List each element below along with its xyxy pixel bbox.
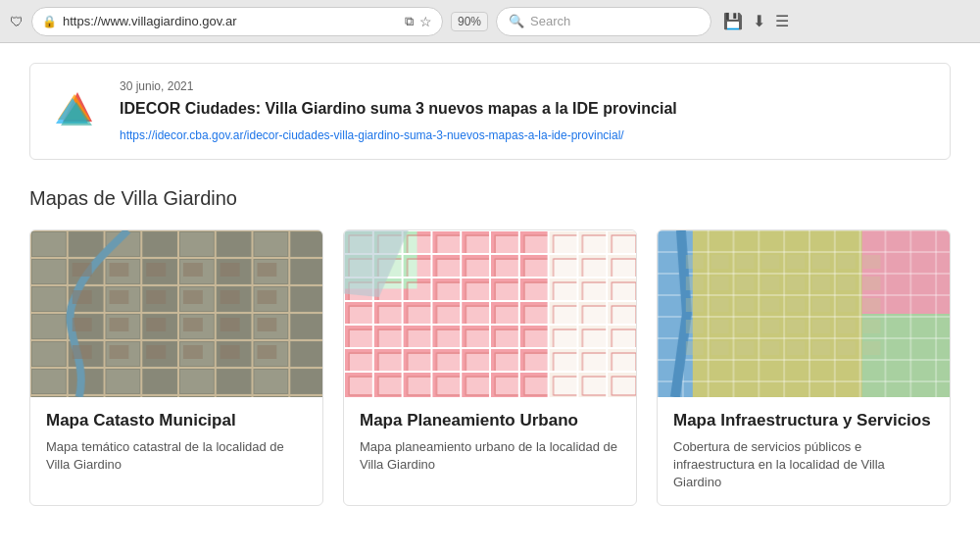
map-info-infraestructura: Mapa Infraestructura y Servicios Cobertu… — [658, 397, 950, 506]
news-content: 30 junio, 2021 IDECOR Ciudades: Villa Gi… — [120, 79, 930, 143]
news-title: IDECOR Ciudades: Villa Giardino suma 3 n… — [120, 99, 930, 120]
shield-icon: 🛡 — [10, 14, 24, 29]
map-title-catastro: Mapa Catasto Municipal — [46, 411, 307, 430]
map-title-infraestructura: Mapa Infraestructura y Servicios — [673, 411, 934, 430]
pocket-icon[interactable]: 💾 — [723, 12, 743, 30]
search-bar[interactable]: 🔍 Search — [496, 7, 711, 36]
news-card: 30 junio, 2021 IDECOR Ciudades: Villa Gi… — [29, 63, 951, 160]
map-card-planeamiento[interactable]: Mapa Planeamiento Urbano Mapa planeamien… — [343, 229, 637, 507]
star-icon[interactable]: ☆ — [419, 14, 432, 29]
lock-icon: 🔒 — [42, 15, 57, 28]
url-text: https://www.villagiardino.gov.ar — [63, 14, 399, 28]
news-link[interactable]: https://idecor.cba.gov.ar/idecor-ciudade… — [120, 128, 624, 142]
map-card-catastro[interactable]: Mapa Catasto Municipal Mapa temático cat… — [29, 229, 323, 507]
page-content: 30 junio, 2021 IDECOR Ciudades: Villa Gi… — [0, 43, 980, 556]
news-date: 30 junio, 2021 — [120, 79, 930, 93]
search-placeholder: Search — [530, 14, 570, 28]
download-icon[interactable]: ⬇ — [753, 12, 765, 30]
search-icon: 🔍 — [509, 14, 524, 28]
map-desc-infraestructura: Cobertura de servicios públicos e infrae… — [673, 438, 934, 492]
maps-grid: Mapa Catasto Municipal Mapa temático cat… — [29, 229, 951, 507]
map-card-infraestructura[interactable]: Mapa Infraestructura y Servicios Cobertu… — [657, 229, 951, 507]
address-bar[interactable]: 🔒 https://www.villagiardino.gov.ar ⧉ ☆ — [31, 7, 443, 36]
map-desc-planeamiento: Mapa planeamiento urbano de la localidad… — [360, 438, 620, 474]
menu-icon[interactable]: ☰ — [775, 12, 789, 30]
map-thumbnail-catastro — [30, 230, 322, 397]
map-thumbnail-infraestructura — [658, 230, 950, 397]
copy-icon[interactable]: ⧉ — [405, 14, 414, 29]
map-info-planeamiento: Mapa Planeamiento Urbano Mapa planeamien… — [344, 397, 636, 487]
browser-icons-left: 🛡 — [10, 14, 24, 29]
zoom-badge[interactable]: 90% — [451, 12, 488, 31]
map-desc-catastro: Mapa temático catastral de la localidad … — [46, 438, 307, 474]
browser-icons-right: 💾 ⬇ ☰ — [723, 12, 789, 30]
section-title: Mapas de Villa Giardino — [29, 187, 951, 210]
idecor-logo — [50, 79, 104, 133]
map-info-catastro: Mapa Catasto Municipal Mapa temático cat… — [30, 397, 322, 487]
map-thumbnail-planeamiento — [344, 230, 636, 397]
browser-chrome: 🛡 🔒 https://www.villagiardino.gov.ar ⧉ ☆… — [0, 0, 980, 43]
map-title-planeamiento: Mapa Planeamiento Urbano — [360, 411, 620, 430]
